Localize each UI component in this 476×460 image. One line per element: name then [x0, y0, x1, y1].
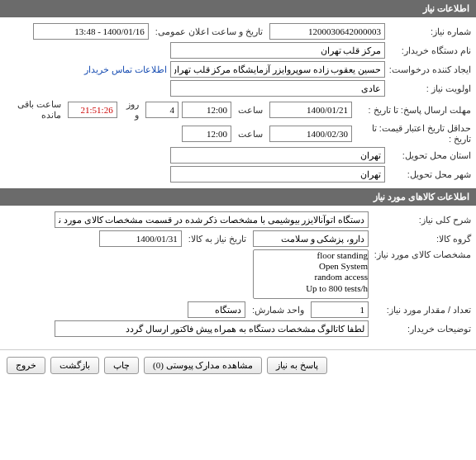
group-label: گروه کالا: — [372, 234, 471, 244]
buyer-contact-link[interactable]: اطلاعات تماس خریدار — [84, 64, 167, 75]
goods-form: شرح کلی نیاز: گروه کالا: تاریخ نیاز به ک… — [0, 206, 476, 343]
spec-option[interactable]: Up to 800 tests/h — [254, 283, 368, 294]
days-input[interactable] — [145, 102, 178, 118]
buyer-input[interactable] — [170, 42, 385, 59]
group-input[interactable] — [253, 230, 369, 247]
deadline-date-input[interactable] — [269, 102, 352, 118]
creator-label: ایجاد کننده درخواست: — [388, 64, 471, 75]
priority-input[interactable] — [170, 80, 385, 97]
need-by-label: تاریخ نیاز به کالا: — [185, 234, 250, 244]
unit-label: واحد شمارش: — [249, 305, 307, 315]
print-button[interactable]: چاپ — [104, 357, 139, 374]
section-header-need: اطلاعات نیاز — [0, 0, 476, 17]
buyer-label: نام دستگاه خریدار: — [388, 45, 471, 56]
notes-label: توضیحات خریدار: — [372, 324, 471, 334]
province-input[interactable] — [170, 147, 385, 164]
province-label: استان محل تحویل: — [388, 150, 471, 161]
announce-label: تاریخ و ساعت اعلان عمومی: — [152, 26, 266, 37]
spec-label: مشخصات کالای مورد نیاز: — [372, 249, 471, 260]
unit-input[interactable] — [188, 301, 245, 318]
respond-button[interactable]: پاسخ به نیاز — [267, 357, 327, 374]
need-form: شماره نیاز: تاریخ و ساعت اعلان عمومی: نا… — [0, 17, 476, 188]
need-by-input[interactable] — [99, 230, 182, 247]
priority-label: اولویت نیاز : — [388, 83, 471, 94]
min-date-input[interactable] — [269, 126, 352, 142]
spec-option[interactable]: Open System — [254, 261, 368, 272]
desc-input[interactable] — [55, 211, 369, 228]
spec-option[interactable]: random access — [254, 272, 368, 282]
desc-label: شرح کلی نیاز: — [372, 215, 471, 225]
exit-button[interactable]: خروج — [7, 357, 45, 374]
attachments-button[interactable]: مشاهده مدارک پیوستی (0) — [144, 357, 262, 374]
section-header-goods: اطلاعات کالاهای مورد نیاز — [0, 188, 476, 206]
creator-input[interactable] — [170, 61, 385, 78]
city-input[interactable] — [170, 166, 385, 183]
footer-bar: خروج بازگشت چاپ مشاهده مدارک پیوستی (0) … — [0, 349, 476, 381]
min-date-label: حداقل تاریخ اعتبار قیمت: تا تاریخ : — [355, 123, 471, 145]
remain-label: ساعت باقی مانده — [5, 99, 64, 121]
deadline-time-input[interactable] — [182, 102, 231, 118]
qty-input[interactable] — [311, 301, 369, 318]
need-number-label: شماره نیاز: — [388, 26, 471, 37]
spec-option[interactable]: floor standing — [254, 250, 368, 261]
days-label: روز و — [121, 99, 142, 121]
city-label: شهر محل تحویل: — [388, 169, 471, 180]
min-time-input[interactable] — [182, 126, 231, 142]
back-button[interactable]: بازگشت — [50, 357, 99, 374]
qty-label: تعداد / مقدار مورد نیاز: — [372, 305, 471, 315]
time-label-1: ساعت — [235, 105, 266, 116]
need-number-input[interactable] — [269, 23, 385, 40]
announce-input[interactable] — [33, 23, 149, 40]
deadline-label: مهلت ارسال پاسخ: تا تاریخ : — [355, 105, 471, 116]
spec-select[interactable]: floor standingOpen Systemrandom accessUp… — [253, 249, 369, 299]
notes-input[interactable] — [55, 320, 369, 337]
time-label-2: ساعت — [235, 129, 266, 140]
remain-time-input[interactable] — [68, 102, 117, 118]
